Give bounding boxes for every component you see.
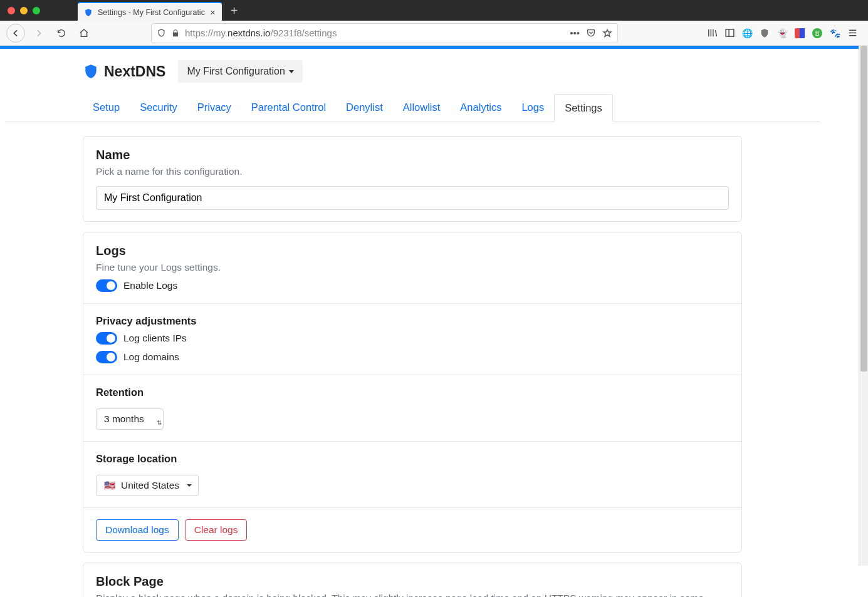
svg-text:B: B xyxy=(815,30,820,37)
url-text: https://my.nextdns.io/9231f8/settings xyxy=(185,28,565,38)
name-title: Name xyxy=(96,148,729,162)
reload-button[interactable] xyxy=(53,24,70,42)
log-clients-ips-toggle[interactable] xyxy=(96,332,117,345)
back-button[interactable] xyxy=(6,24,25,43)
close-icon[interactable]: × xyxy=(210,8,216,17)
shield-icon xyxy=(84,8,93,17)
meatballs-icon[interactable]: ••• xyxy=(570,28,580,38)
hamburger-icon[interactable] xyxy=(847,28,858,39)
name-card: Name Pick a name for this configuration. xyxy=(83,136,742,222)
clear-logs-button[interactable]: Clear logs xyxy=(185,519,248,541)
storage-location-value: United States xyxy=(121,480,179,491)
tab-logs[interactable]: Logs xyxy=(511,94,554,122)
tab-denylist[interactable]: Denylist xyxy=(336,94,393,122)
main-nav: Setup Security Privacy Parental Control … xyxy=(5,83,820,122)
extension-red-icon[interactable] xyxy=(794,28,805,39)
pocket-icon[interactable] xyxy=(586,28,596,38)
tab-setup[interactable]: Setup xyxy=(83,94,130,122)
privacy-adjustments-title: Privacy adjustments xyxy=(96,315,729,327)
storage-location-dropdown[interactable]: 🇺🇸 United States xyxy=(96,475,199,496)
enable-logs-label: Enable Logs xyxy=(123,280,177,291)
tab-settings[interactable]: Settings xyxy=(554,94,613,122)
block-page-card: Block Page Display a block page when a d… xyxy=(83,563,742,597)
window-zoom-icon[interactable] xyxy=(33,7,40,14)
extension-ublock-icon[interactable] xyxy=(759,28,770,39)
caret-down-icon xyxy=(289,70,294,73)
lock-icon xyxy=(171,29,180,38)
window-minimize-icon[interactable] xyxy=(20,7,28,14)
log-domains-label: Log domains xyxy=(123,351,179,363)
storage-location-title: Storage location xyxy=(96,453,729,465)
shield-outline-icon xyxy=(157,28,166,38)
log-domains-toggle[interactable] xyxy=(96,351,117,363)
logs-card: Logs Fine tune your Logs settings. Enabl… xyxy=(83,232,742,553)
name-desc: Pick a name for this configuration. xyxy=(96,166,729,177)
block-page-desc: Display a block page when a domain is be… xyxy=(96,593,729,597)
address-bar[interactable]: https://my.nextdns.io/9231f8/settings ••… xyxy=(151,23,618,43)
svg-rect-0 xyxy=(726,29,734,36)
tab-allowlist[interactable]: Allowlist xyxy=(393,94,451,122)
download-logs-button[interactable]: Download logs xyxy=(96,519,179,541)
tab-security[interactable]: Security xyxy=(130,94,187,122)
configuration-dropdown[interactable]: My First Configuration xyxy=(178,60,303,83)
scrollbar[interactable] xyxy=(859,46,868,566)
star-icon[interactable] xyxy=(602,28,612,38)
brand-name: NextDNS xyxy=(104,63,165,80)
browser-toolbar: https://my.nextdns.io/9231f8/settings ••… xyxy=(0,21,868,46)
scrollbar-thumb[interactable] xyxy=(860,46,867,371)
shield-icon xyxy=(83,63,99,80)
block-page-title: Block Page xyxy=(96,574,729,589)
browser-tab[interactable]: Settings - My First Configuratic × xyxy=(78,2,222,21)
new-tab-button[interactable]: + xyxy=(231,4,238,17)
forward-button[interactable] xyxy=(30,24,48,42)
retention-select[interactable]: 3 months xyxy=(96,408,164,430)
extension-ghost-icon[interactable]: 👻 xyxy=(776,28,788,39)
svg-rect-3 xyxy=(800,28,805,38)
sidebar-icon[interactable] xyxy=(724,28,735,39)
flag-icon: 🇺🇸 xyxy=(104,480,116,491)
extension-globe-icon[interactable]: 🌐 xyxy=(741,28,753,39)
extension-paw-icon[interactable]: 🐾 xyxy=(829,28,840,39)
enable-logs-toggle[interactable] xyxy=(96,279,117,292)
tab-title: Settings - My First Configuratic xyxy=(98,8,205,17)
browser-tab-strip: Settings - My First Configuratic × + xyxy=(0,0,868,21)
tab-analytics[interactable]: Analytics xyxy=(450,94,511,122)
configuration-name-input[interactable] xyxy=(96,186,729,210)
tab-privacy[interactable]: Privacy xyxy=(187,94,241,122)
retention-title: Retention xyxy=(96,387,729,398)
home-button[interactable] xyxy=(75,24,93,42)
log-clients-ips-label: Log clients IPs xyxy=(123,333,187,344)
window-controls xyxy=(8,7,40,14)
window-close-icon[interactable] xyxy=(8,7,15,14)
brand-logo[interactable]: NextDNS xyxy=(83,63,165,80)
extension-green-icon[interactable]: B xyxy=(812,28,823,39)
configuration-name: My First Configuration xyxy=(187,66,285,77)
logs-desc: Fine tune your Logs settings. xyxy=(96,262,729,273)
library-icon[interactable] xyxy=(706,28,718,39)
tab-parental-control[interactable]: Parental Control xyxy=(241,94,336,122)
logs-title: Logs xyxy=(96,244,729,258)
retention-value: 3 months xyxy=(104,413,144,425)
